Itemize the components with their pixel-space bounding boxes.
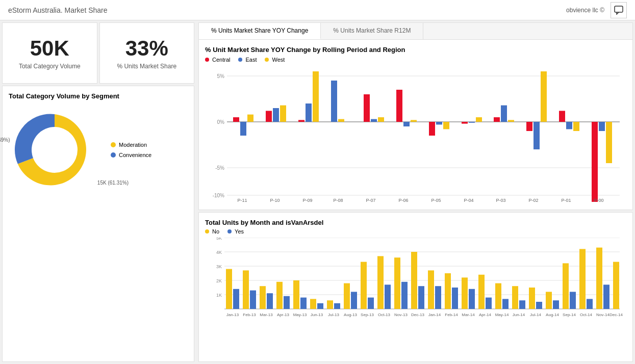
svg-rect-121 bbox=[519, 300, 525, 309]
svg-text:Feb-14: Feb-14 bbox=[445, 313, 458, 317]
kpi-row: 50K Total Category Volume 33% % Units Ma… bbox=[2, 22, 194, 84]
svg-rect-72 bbox=[243, 270, 249, 309]
legend-central: Central bbox=[205, 57, 230, 63]
east-dot bbox=[238, 58, 242, 62]
bottom-chart-legend: No Yes bbox=[205, 228, 626, 235]
svg-rect-84 bbox=[310, 299, 316, 309]
svg-rect-115 bbox=[486, 298, 492, 309]
svg-text:Jul-14: Jul-14 bbox=[530, 313, 541, 317]
svg-rect-81 bbox=[293, 280, 299, 309]
svg-rect-44 bbox=[508, 120, 514, 122]
svg-rect-39 bbox=[469, 122, 475, 123]
svg-text:Nov-13: Nov-13 bbox=[394, 313, 408, 317]
svg-text:Jun-14: Jun-14 bbox=[513, 313, 525, 317]
svg-rect-123 bbox=[529, 288, 535, 309]
svg-rect-34 bbox=[429, 122, 435, 136]
svg-rect-31 bbox=[403, 122, 410, 126]
svg-text:Oct-14: Oct-14 bbox=[580, 313, 593, 317]
brand-name: eStorm Australia. bbox=[8, 6, 63, 14]
svg-rect-21 bbox=[313, 71, 319, 122]
svg-rect-54 bbox=[592, 122, 598, 202]
svg-text:Aug-14: Aug-14 bbox=[546, 313, 559, 317]
svg-rect-127 bbox=[553, 300, 559, 309]
svg-text:Apr-14: Apr-14 bbox=[479, 313, 492, 317]
chat-icon[interactable] bbox=[611, 2, 627, 18]
yes-label: Yes bbox=[235, 228, 244, 235]
svg-rect-88 bbox=[334, 303, 340, 309]
svg-rect-133 bbox=[587, 299, 593, 309]
yoy-chart-title: % Unit Market Share YOY Change by Rollin… bbox=[205, 46, 626, 54]
svg-text:2K: 2K bbox=[216, 278, 222, 283]
svg-rect-93 bbox=[361, 262, 367, 309]
svg-text:P-08: P-08 bbox=[333, 198, 343, 202]
svg-rect-129 bbox=[563, 263, 569, 309]
svg-text:Sep-13: Sep-13 bbox=[361, 313, 374, 317]
svg-rect-47 bbox=[534, 122, 540, 149]
segment-content: 9K(38.69%) 15K (61.31%) Moderation Conve… bbox=[9, 104, 188, 196]
header: eStorm Australia. Market Share obvience … bbox=[0, 0, 635, 20]
donut-chart: 9K(38.69%) 15K (61.31%) bbox=[9, 104, 100, 196]
svg-text:Dec-13: Dec-13 bbox=[411, 313, 424, 317]
bottom-bar-chart: 5K 4K 3K 2K 1K Jan-13 Feb-13 bbox=[205, 238, 626, 322]
svg-rect-12 bbox=[240, 122, 246, 136]
svg-rect-91 bbox=[351, 292, 357, 309]
svg-rect-78 bbox=[276, 282, 283, 309]
svg-text:Jul-13: Jul-13 bbox=[328, 313, 339, 317]
kpi-total-volume: 50K Total Category Volume bbox=[2, 22, 97, 84]
no-label: No bbox=[212, 228, 219, 235]
svg-rect-117 bbox=[495, 283, 501, 309]
svg-rect-132 bbox=[579, 249, 586, 309]
svg-rect-56 bbox=[606, 122, 612, 163]
svg-rect-103 bbox=[418, 286, 424, 309]
svg-rect-13 bbox=[247, 115, 253, 122]
svg-text:P-02: P-02 bbox=[528, 198, 538, 202]
svg-text:5K: 5K bbox=[216, 238, 222, 241]
svg-rect-50 bbox=[559, 111, 565, 122]
kpi-market-share: 33% % Units Market Share bbox=[99, 22, 195, 84]
svg-rect-35 bbox=[436, 122, 442, 124]
left-panel: 50K Total Category Volume 33% % Units Ma… bbox=[0, 20, 196, 364]
svg-rect-69 bbox=[226, 269, 232, 309]
svg-rect-75 bbox=[260, 286, 266, 309]
svg-rect-96 bbox=[377, 256, 384, 309]
svg-text:-10%: -10% bbox=[213, 193, 224, 198]
svg-rect-28 bbox=[378, 117, 384, 122]
svg-rect-130 bbox=[570, 292, 576, 309]
svg-text:Nov-14: Nov-14 bbox=[596, 313, 609, 317]
svg-text:P-00: P-00 bbox=[594, 198, 603, 202]
donut-label-blue: 9K(38.69%) bbox=[0, 132, 10, 143]
svg-rect-120 bbox=[512, 286, 518, 309]
svg-rect-126 bbox=[546, 292, 552, 309]
kpi-total-volume-value: 50K bbox=[30, 36, 69, 61]
svg-text:5%: 5% bbox=[217, 73, 225, 79]
svg-rect-124 bbox=[536, 302, 542, 309]
svg-rect-106 bbox=[435, 286, 441, 309]
svg-rect-90 bbox=[344, 283, 350, 309]
kpi-total-volume-label: Total Category Volume bbox=[19, 63, 81, 70]
svg-text:P-04: P-04 bbox=[464, 198, 473, 202]
legend-yes: Yes bbox=[227, 228, 244, 235]
legend-west: West bbox=[265, 57, 285, 63]
tab-r12m[interactable]: % Units Market Share R12M bbox=[321, 23, 423, 39]
svg-rect-20 bbox=[306, 103, 312, 122]
brand-subtitle: Market Share bbox=[63, 6, 108, 14]
no-dot bbox=[205, 229, 209, 233]
svg-rect-38 bbox=[462, 122, 468, 124]
tab-bar: % Units Market Share YOY Change % Units … bbox=[199, 23, 632, 40]
svg-text:P-10: P-10 bbox=[270, 198, 280, 202]
tab-yoy[interactable]: % Units Market Share YOY Change bbox=[199, 23, 321, 39]
yoy-section: % Units Market Share YOY Change % Units … bbox=[198, 22, 633, 210]
svg-rect-70 bbox=[233, 289, 239, 309]
svg-rect-99 bbox=[394, 257, 400, 309]
svg-text:Sep-14: Sep-14 bbox=[563, 313, 576, 317]
svg-rect-36 bbox=[443, 122, 449, 129]
svg-point-1 bbox=[32, 127, 78, 173]
svg-rect-112 bbox=[469, 289, 475, 309]
svg-rect-16 bbox=[273, 108, 279, 122]
svg-rect-27 bbox=[371, 119, 377, 122]
svg-rect-136 bbox=[603, 284, 609, 309]
legend-no: No bbox=[205, 228, 219, 235]
legend-moderation-label: Moderation bbox=[119, 142, 147, 148]
svg-text:Feb-13: Feb-13 bbox=[243, 313, 256, 317]
svg-text:Jun-13: Jun-13 bbox=[311, 313, 323, 317]
